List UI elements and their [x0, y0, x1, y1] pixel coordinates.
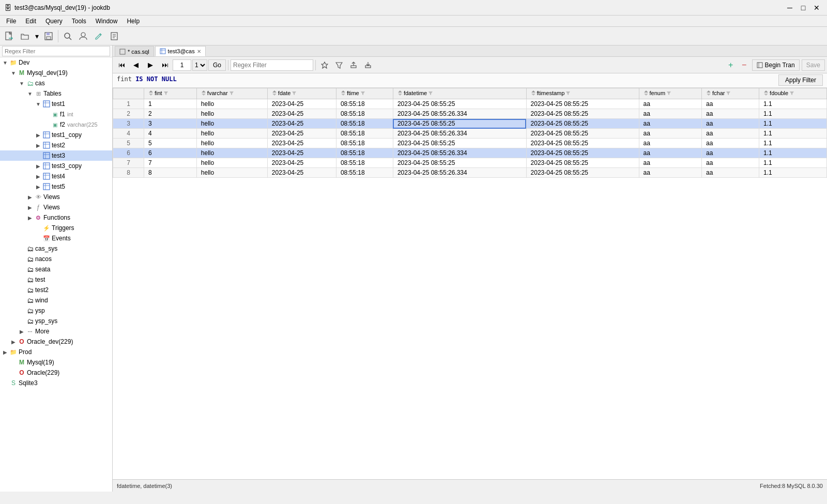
cell-fenum[interactable]: aa — [639, 139, 701, 148]
tree-node-views[interactable]: ▶ 👁 Views — [0, 192, 112, 202]
col-header-fdate[interactable]: fdate — [267, 88, 336, 99]
cell-fint[interactable]: 3 — [144, 119, 197, 129]
tree-node-triggers[interactable]: ⚡ Triggers — [0, 223, 112, 233]
cell-fdouble[interactable]: 1.1 — [759, 99, 827, 109]
tree-node-f2[interactable]: ▣ f2 varchar(225 — [0, 119, 112, 130]
tree-node-prod[interactable]: ▶ 📁 Prod — [0, 347, 112, 357]
tree-node-procedures[interactable]: ▶ ⚙ Functions — [0, 212, 112, 223]
tree-node-test4[interactable]: ▶ test4 — [0, 171, 112, 181]
cell-fvarchar[interactable]: hello — [196, 99, 267, 109]
cell-ftimestamp[interactable]: 2023-04-25 08:55:25 — [526, 129, 639, 139]
tree-node-test[interactable]: 🗂 test — [0, 274, 112, 285]
close-button[interactable]: ✕ — [810, 3, 823, 12]
cell-fdate[interactable]: 2023-04-25 — [267, 148, 336, 158]
table-row[interactable]: 55hello2023-04-2508:55:182023-04-25 08:5… — [113, 139, 827, 148]
cell-fenum[interactable]: aa — [639, 158, 701, 168]
tree-node-test3[interactable]: test3 — [0, 150, 112, 161]
menu-tools[interactable]: Tools — [68, 17, 90, 26]
cell-ftime[interactable]: 08:55:18 — [336, 99, 393, 109]
add-row-btn[interactable]: + — [725, 59, 737, 71]
cell-fint[interactable]: 4 — [144, 129, 197, 139]
minimize-button[interactable]: ─ — [784, 3, 796, 12]
toolbar-new-btn[interactable] — [2, 29, 17, 43]
table-row[interactable]: 33hello2023-04-2508:55:182023-04-25 08:5… — [113, 119, 827, 129]
cell-fint[interactable]: 1 — [144, 99, 197, 109]
cell-fdouble[interactable]: 1.1 — [759, 139, 827, 148]
cell-fdate[interactable]: 2023-04-25 — [267, 158, 336, 168]
cell-fenum[interactable]: aa — [639, 148, 701, 158]
cell-fdatetime[interactable]: 2023-04-25 08:55:26.334 — [393, 148, 526, 158]
cell-fdatetime[interactable]: 2023-04-25 08:55:26.334 — [393, 168, 526, 178]
cell-ftimestamp[interactable]: 2023-04-25 08:55:25 — [526, 109, 639, 119]
cell-ftime[interactable]: 08:55:18 — [336, 139, 393, 148]
toolbar-edit-btn[interactable] — [91, 29, 106, 43]
col-header-fdouble[interactable]: fdouble — [759, 88, 827, 99]
toolbar-save-btn[interactable] — [41, 29, 56, 43]
toolbar-user-btn[interactable] — [76, 29, 90, 43]
cell-ftime[interactable]: 08:55:18 — [336, 158, 393, 168]
nav-next-btn[interactable]: ▶ — [144, 58, 157, 72]
cell-fdate[interactable]: 2023-04-25 — [267, 129, 336, 139]
cell-fdouble[interactable]: 1.1 — [759, 129, 827, 139]
cell-fchar[interactable]: aa — [701, 139, 759, 148]
col-header-ftimestamp[interactable]: ftimestamp — [526, 88, 639, 99]
cell-fenum[interactable]: aa — [639, 119, 701, 129]
cell-ftime[interactable]: 08:55:18 — [336, 109, 393, 119]
col-header-fint[interactable]: fint — [144, 88, 197, 99]
tab-close-btn[interactable]: ✕ — [197, 49, 201, 54]
filter-btn[interactable] — [332, 58, 346, 72]
cell-fdouble[interactable]: 1.1 — [759, 109, 827, 119]
cell-fchar[interactable]: aa — [701, 129, 759, 139]
cell-fdate[interactable]: 2023-04-25 — [267, 99, 336, 109]
tree-node-nacos[interactable]: 🗂 nacos — [0, 254, 112, 264]
tree-node-cas[interactable]: ▼ 🗂 cas — [0, 78, 112, 88]
menu-window[interactable]: Window — [91, 17, 122, 26]
cell-fint[interactable]: 7 — [144, 158, 197, 168]
tree-node-more[interactable]: ▶ ··· More — [0, 326, 112, 337]
col-header-fvarchar[interactable]: fvarchar — [196, 88, 267, 99]
go-button[interactable]: Go — [208, 59, 226, 71]
table-row[interactable]: 22hello2023-04-2508:55:182023-04-25 08:5… — [113, 109, 827, 119]
cell-fdate[interactable]: 2023-04-25 — [267, 168, 336, 178]
tree-node-test2-table[interactable]: ▶ test2 — [0, 140, 112, 150]
cell-fchar[interactable]: aa — [701, 158, 759, 168]
tree-node-cas-sys[interactable]: 🗂 cas_sys — [0, 243, 112, 254]
tree-node-mysql-19[interactable]: M Mysql(19) — [0, 357, 112, 368]
cell-fint[interactable]: 2 — [144, 109, 197, 119]
cell-fvarchar[interactable]: hello — [196, 129, 267, 139]
tree-node-events[interactable]: 📅 Events — [0, 233, 112, 243]
toolbar-open-arrow-btn[interactable]: ▾ — [33, 29, 40, 43]
cell-ftimestamp[interactable]: 2023-04-25 08:55:25 — [526, 168, 639, 178]
cell-fdouble[interactable]: 1.1 — [759, 148, 827, 158]
cell-fchar[interactable]: aa — [701, 148, 759, 158]
toolbar-open-btn[interactable] — [18, 29, 32, 43]
menu-query[interactable]: Query — [41, 17, 67, 26]
cell-fchar[interactable]: aa — [701, 109, 759, 119]
menu-edit[interactable]: Edit — [21, 17, 40, 26]
cell-fint[interactable]: 6 — [144, 148, 197, 158]
cell-ftimestamp[interactable]: 2023-04-25 08:55:25 — [526, 148, 639, 158]
cell-fdatetime[interactable]: 2023-04-25 08:55:25 — [393, 99, 526, 109]
tab-test3-cas[interactable]: test3@cas ✕ — [155, 46, 206, 56]
data-table-container[interactable]: fint fvarchar — [113, 88, 827, 479]
begin-tran-btn[interactable]: Begin Tran — [752, 59, 800, 71]
table-row[interactable]: 77hello2023-04-2508:55:182023-04-25 08:5… — [113, 158, 827, 168]
tree-node-sqlite3[interactable]: S Sqlite3 — [0, 378, 112, 388]
cell-fenum[interactable]: aa — [639, 109, 701, 119]
import-btn[interactable] — [361, 58, 375, 72]
cell-fvarchar[interactable]: hello — [196, 139, 267, 148]
cell-fdatetime[interactable]: 2023-04-25 08:55:25 — [393, 158, 526, 168]
table-row[interactable]: 11hello2023-04-2508:55:182023-04-25 08:5… — [113, 99, 827, 109]
cell-ftimestamp[interactable]: 2023-04-25 08:55:25 — [526, 99, 639, 109]
cell-fint[interactable]: 5 — [144, 139, 197, 148]
cell-fdatetime[interactable]: 2023-04-25 08:55:25 — [393, 139, 526, 148]
cell-fdouble[interactable]: 1.1 — [759, 158, 827, 168]
tree-node-seata[interactable]: 🗂 seata — [0, 264, 112, 274]
table-row[interactable]: 88hello2023-04-2508:55:182023-04-25 08:5… — [113, 168, 827, 178]
tree-node-functions[interactable]: ▶ ƒ Views — [0, 202, 112, 212]
tree-node-tables[interactable]: ▼ ⊞ Tables — [0, 88, 112, 99]
cell-fdate[interactable]: 2023-04-25 — [267, 109, 336, 119]
cell-fdouble[interactable]: 1.1 — [759, 168, 827, 178]
tree-node-test1[interactable]: ▼ test1 — [0, 99, 112, 109]
cell-ftimestamp[interactable]: 2023-04-25 08:55:25 — [526, 158, 639, 168]
